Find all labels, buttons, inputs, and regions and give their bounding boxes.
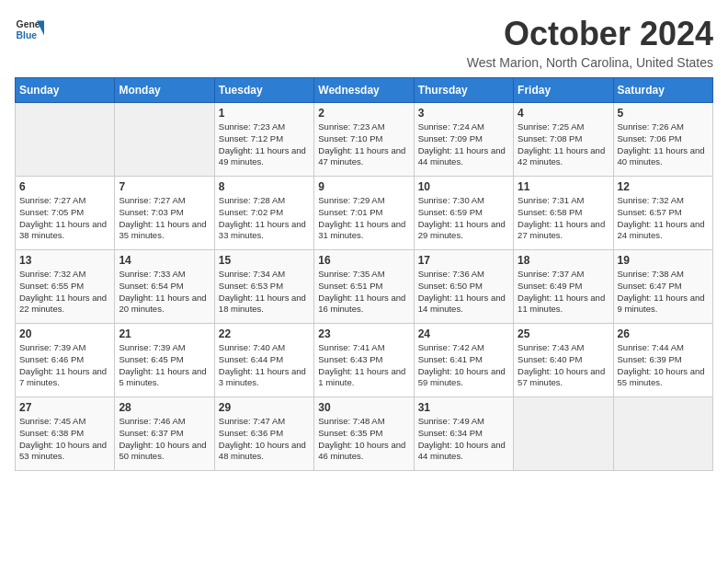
- calendar-cell: 30Sunrise: 7:48 AM Sunset: 6:35 PM Dayli…: [314, 397, 414, 471]
- cell-details: Sunrise: 7:25 AM Sunset: 7:08 PM Dayligh…: [518, 121, 609, 168]
- cell-details: Sunrise: 7:31 AM Sunset: 6:58 PM Dayligh…: [518, 195, 609, 242]
- title-block: October 2024 West Marion, North Carolina…: [467, 15, 713, 70]
- day-number: 13: [19, 254, 110, 267]
- day-number: 30: [318, 401, 409, 414]
- cell-details: Sunrise: 7:27 AM Sunset: 7:03 PM Dayligh…: [119, 195, 210, 242]
- day-number: 9: [318, 180, 409, 193]
- week-row: 13Sunrise: 7:32 AM Sunset: 6:55 PM Dayli…: [16, 250, 713, 324]
- cell-details: Sunrise: 7:35 AM Sunset: 6:51 PM Dayligh…: [318, 269, 409, 316]
- week-row: 6Sunrise: 7:27 AM Sunset: 7:05 PM Daylig…: [16, 177, 713, 250]
- calendar-cell: 19Sunrise: 7:38 AM Sunset: 6:47 PM Dayli…: [613, 250, 712, 324]
- cell-details: Sunrise: 7:29 AM Sunset: 7:01 PM Dayligh…: [318, 195, 409, 242]
- day-number: 8: [219, 180, 310, 193]
- week-row: 27Sunrise: 7:45 AM Sunset: 6:38 PM Dayli…: [16, 397, 713, 471]
- calendar-cell: 5Sunrise: 7:26 AM Sunset: 7:06 PM Daylig…: [613, 103, 712, 177]
- day-number: 1: [219, 107, 310, 120]
- cell-details: Sunrise: 7:34 AM Sunset: 6:53 PM Dayligh…: [219, 269, 310, 316]
- cell-details: Sunrise: 7:46 AM Sunset: 6:37 PM Dayligh…: [119, 416, 210, 463]
- svg-text:Blue: Blue: [17, 30, 38, 40]
- calendar-cell: 9Sunrise: 7:29 AM Sunset: 7:01 PM Daylig…: [314, 177, 414, 250]
- calendar-cell: 21Sunrise: 7:39 AM Sunset: 6:45 PM Dayli…: [115, 324, 214, 397]
- column-header-thursday: Thursday: [414, 78, 513, 103]
- cell-details: Sunrise: 7:27 AM Sunset: 7:05 PM Dayligh…: [19, 195, 110, 242]
- logo: General Blue: [15, 15, 44, 44]
- logo-icon: General Blue: [15, 15, 44, 44]
- month-title: October 2024: [467, 15, 713, 53]
- cell-details: Sunrise: 7:42 AM Sunset: 6:41 PM Dayligh…: [418, 342, 509, 389]
- cell-details: Sunrise: 7:28 AM Sunset: 7:02 PM Dayligh…: [219, 195, 310, 242]
- day-number: 31: [418, 401, 509, 414]
- column-header-wednesday: Wednesday: [314, 78, 414, 103]
- calendar-cell: 20Sunrise: 7:39 AM Sunset: 6:46 PM Dayli…: [16, 324, 115, 397]
- day-number: 16: [318, 254, 409, 267]
- calendar-cell: [16, 103, 115, 177]
- column-header-saturday: Saturday: [613, 78, 712, 103]
- day-number: 26: [618, 327, 709, 340]
- location: West Marion, North Carolina, United Stat…: [467, 55, 713, 70]
- calendar-cell: 16Sunrise: 7:35 AM Sunset: 6:51 PM Dayli…: [314, 250, 414, 324]
- calendar-cell: 26Sunrise: 7:44 AM Sunset: 6:39 PM Dayli…: [613, 324, 712, 397]
- calendar-cell: 15Sunrise: 7:34 AM Sunset: 6:53 PM Dayli…: [214, 250, 313, 324]
- cell-details: Sunrise: 7:33 AM Sunset: 6:54 PM Dayligh…: [119, 269, 210, 316]
- week-row: 20Sunrise: 7:39 AM Sunset: 6:46 PM Dayli…: [16, 324, 713, 397]
- day-number: 6: [19, 180, 110, 193]
- week-row: 1Sunrise: 7:23 AM Sunset: 7:12 PM Daylig…: [16, 103, 713, 177]
- calendar-cell: 27Sunrise: 7:45 AM Sunset: 6:38 PM Dayli…: [16, 397, 115, 471]
- cell-details: Sunrise: 7:36 AM Sunset: 6:50 PM Dayligh…: [418, 269, 509, 316]
- calendar-cell: 10Sunrise: 7:30 AM Sunset: 6:59 PM Dayli…: [414, 177, 513, 250]
- calendar-cell: 4Sunrise: 7:25 AM Sunset: 7:08 PM Daylig…: [514, 103, 613, 177]
- cell-details: Sunrise: 7:30 AM Sunset: 6:59 PM Dayligh…: [418, 195, 509, 242]
- calendar-cell: 2Sunrise: 7:23 AM Sunset: 7:10 PM Daylig…: [314, 103, 414, 177]
- day-number: 15: [219, 254, 310, 267]
- day-number: 25: [518, 327, 609, 340]
- day-number: 22: [219, 327, 310, 340]
- calendar-cell: [514, 397, 613, 471]
- day-number: 27: [19, 401, 110, 414]
- day-number: 10: [418, 180, 509, 193]
- header-row: SundayMondayTuesdayWednesdayThursdayFrid…: [16, 78, 713, 103]
- day-number: 11: [518, 180, 609, 193]
- calendar-cell: 12Sunrise: 7:32 AM Sunset: 6:57 PM Dayli…: [613, 177, 712, 250]
- calendar-cell: [115, 103, 214, 177]
- cell-details: Sunrise: 7:41 AM Sunset: 6:43 PM Dayligh…: [318, 342, 409, 389]
- day-number: 18: [518, 254, 609, 267]
- day-number: 21: [119, 327, 210, 340]
- calendar-header: SundayMondayTuesdayWednesdayThursdayFrid…: [16, 78, 713, 103]
- calendar-cell: 28Sunrise: 7:46 AM Sunset: 6:37 PM Dayli…: [115, 397, 214, 471]
- column-header-tuesday: Tuesday: [214, 78, 313, 103]
- day-number: 5: [618, 107, 709, 120]
- calendar-cell: 13Sunrise: 7:32 AM Sunset: 6:55 PM Dayli…: [16, 250, 115, 324]
- day-number: 20: [19, 327, 110, 340]
- cell-details: Sunrise: 7:32 AM Sunset: 6:55 PM Dayligh…: [19, 269, 110, 316]
- calendar-cell: 14Sunrise: 7:33 AM Sunset: 6:54 PM Dayli…: [115, 250, 214, 324]
- calendar-cell: 29Sunrise: 7:47 AM Sunset: 6:36 PM Dayli…: [214, 397, 313, 471]
- calendar-body: 1Sunrise: 7:23 AM Sunset: 7:12 PM Daylig…: [16, 103, 713, 471]
- calendar-table: SundayMondayTuesdayWednesdayThursdayFrid…: [15, 77, 713, 471]
- day-number: 7: [119, 180, 210, 193]
- day-number: 19: [618, 254, 709, 267]
- calendar-cell: 1Sunrise: 7:23 AM Sunset: 7:12 PM Daylig…: [214, 103, 313, 177]
- day-number: 23: [318, 327, 409, 340]
- cell-details: Sunrise: 7:39 AM Sunset: 6:45 PM Dayligh…: [119, 342, 210, 389]
- day-number: 29: [219, 401, 310, 414]
- day-number: 12: [618, 180, 709, 193]
- calendar-cell: 11Sunrise: 7:31 AM Sunset: 6:58 PM Dayli…: [514, 177, 613, 250]
- day-number: 2: [318, 107, 409, 120]
- column-header-friday: Friday: [514, 78, 613, 103]
- calendar-cell: 17Sunrise: 7:36 AM Sunset: 6:50 PM Dayli…: [414, 250, 513, 324]
- column-header-monday: Monday: [115, 78, 214, 103]
- cell-details: Sunrise: 7:39 AM Sunset: 6:46 PM Dayligh…: [19, 342, 110, 389]
- calendar-cell: 23Sunrise: 7:41 AM Sunset: 6:43 PM Dayli…: [314, 324, 414, 397]
- day-number: 14: [119, 254, 210, 267]
- cell-details: Sunrise: 7:38 AM Sunset: 6:47 PM Dayligh…: [618, 269, 709, 316]
- cell-details: Sunrise: 7:43 AM Sunset: 6:40 PM Dayligh…: [518, 342, 609, 389]
- day-number: 28: [119, 401, 210, 414]
- cell-details: Sunrise: 7:49 AM Sunset: 6:34 PM Dayligh…: [418, 416, 509, 463]
- cell-details: Sunrise: 7:32 AM Sunset: 6:57 PM Dayligh…: [618, 195, 709, 242]
- cell-details: Sunrise: 7:48 AM Sunset: 6:35 PM Dayligh…: [318, 416, 409, 463]
- calendar-cell: 8Sunrise: 7:28 AM Sunset: 7:02 PM Daylig…: [214, 177, 313, 250]
- day-number: 4: [518, 107, 609, 120]
- calendar-cell: [613, 397, 712, 471]
- cell-details: Sunrise: 7:23 AM Sunset: 7:10 PM Dayligh…: [318, 121, 409, 168]
- calendar-cell: 18Sunrise: 7:37 AM Sunset: 6:49 PM Dayli…: [514, 250, 613, 324]
